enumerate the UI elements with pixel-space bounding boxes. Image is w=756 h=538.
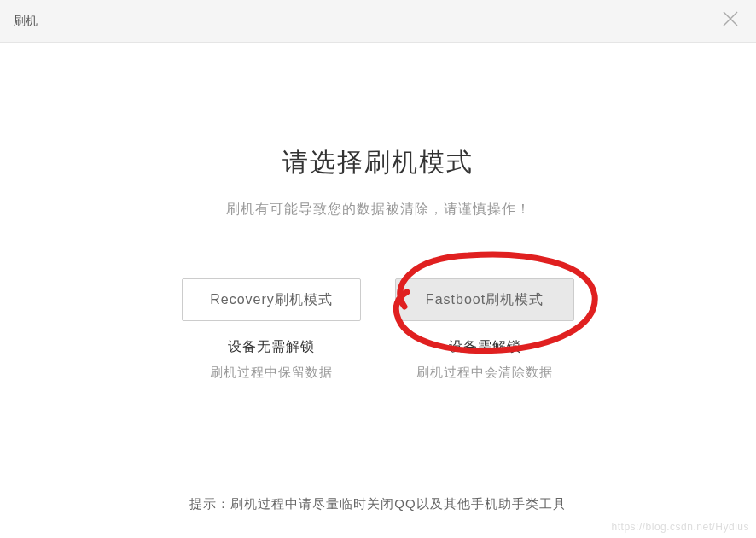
bottom-tip: 提示：刷机过程中请尽量临时关闭QQ以及其他手机助手类工具 xyxy=(0,496,756,512)
fastboot-mode-button[interactable]: Fastboot刷机模式 xyxy=(395,278,574,321)
fastboot-option-desc: 刷机过程中会清除数据 xyxy=(416,365,553,381)
recovery-mode-button[interactable]: Recovery刷机模式 xyxy=(182,278,361,321)
close-button[interactable] xyxy=(718,9,742,33)
window-title: 刷机 xyxy=(14,14,38,29)
page-heading: 请选择刷机模式 xyxy=(0,145,756,180)
fastboot-option-title: 设备需解锁 xyxy=(449,338,521,356)
recovery-option-title: 设备无需解锁 xyxy=(228,338,315,356)
close-icon xyxy=(721,9,740,28)
options-row: Recovery刷机模式 设备无需解锁 刷机过程中保留数据 Fastboot刷机… xyxy=(0,278,756,381)
recovery-option: Recovery刷机模式 设备无需解锁 刷机过程中保留数据 xyxy=(182,278,361,381)
watermark: https://blog.csdn.net/Hydius xyxy=(612,521,749,533)
main-content: 请选择刷机模式 刷机有可能导致您的数据被清除，请谨慎操作！ Recovery刷机… xyxy=(0,43,756,381)
fastboot-option: Fastboot刷机模式 设备需解锁 刷机过程中会清除数据 xyxy=(395,278,574,381)
recovery-option-desc: 刷机过程中保留数据 xyxy=(210,365,333,381)
page-subheading: 刷机有可能导致您的数据被清除，请谨慎操作！ xyxy=(0,201,756,219)
titlebar: 刷机 xyxy=(0,0,756,43)
